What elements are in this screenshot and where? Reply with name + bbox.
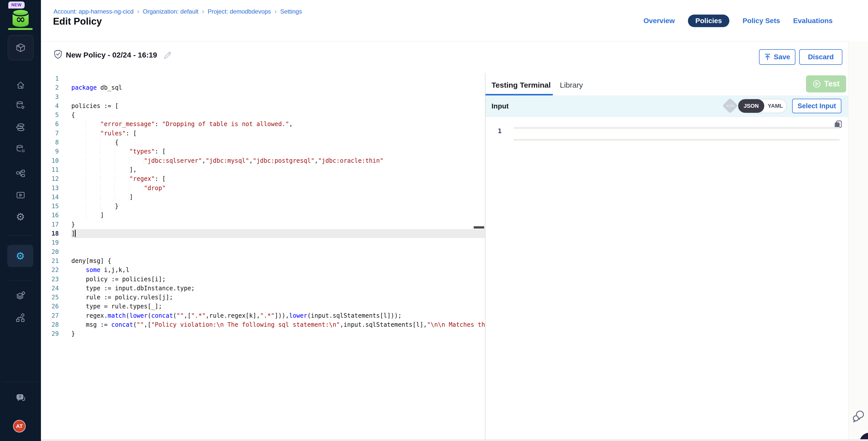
discard-button[interactable]: Discard bbox=[799, 49, 842, 65]
sidebar-item-home[interactable] bbox=[0, 80, 41, 91]
sidebar-item-settings-gray[interactable]: ⚙ bbox=[0, 211, 41, 222]
line-number: 13 bbox=[41, 184, 71, 193]
test-label: Test bbox=[824, 80, 839, 88]
user-avatar[interactable]: AT bbox=[13, 420, 26, 433]
tab-evaluations[interactable]: Evaluations bbox=[793, 17, 833, 25]
code-line[interactable]: type := input.dbInstance.type; bbox=[71, 284, 485, 293]
code-line[interactable]: ] bbox=[71, 211, 485, 220]
code-line[interactable]: policies := [ bbox=[71, 101, 485, 111]
sidebar-item-db-instances[interactable] bbox=[0, 144, 41, 155]
toggle-yaml[interactable]: YAML bbox=[764, 99, 786, 113]
upload-icon bbox=[764, 54, 771, 61]
breadcrumb-separator: › bbox=[137, 7, 140, 15]
line-number: 24 bbox=[41, 284, 71, 293]
line-number: 3 bbox=[41, 92, 71, 101]
sidebar-item-project-settings-active[interactable]: ⚙ bbox=[7, 245, 33, 267]
input-active-line[interactable] bbox=[514, 127, 840, 140]
sidebar: NEW ∞ bbox=[0, 0, 41, 441]
line-number: 15 bbox=[41, 202, 71, 211]
line-number: 23 bbox=[41, 275, 71, 284]
breadcrumb-separator: › bbox=[202, 7, 204, 15]
format-toggle[interactable]: JSON YAML bbox=[738, 99, 786, 113]
code-line[interactable]: { bbox=[71, 111, 485, 120]
select-input-button[interactable]: Select Input bbox=[792, 99, 841, 113]
toggle-json[interactable]: JSON bbox=[738, 99, 764, 113]
discard-label: Discard bbox=[808, 53, 834, 61]
tab-policy-sets[interactable]: Policy Sets bbox=[742, 17, 780, 25]
code-line[interactable]: ] bbox=[71, 229, 485, 238]
code-line[interactable]: rule := policy.rules[j]; bbox=[71, 293, 485, 302]
code-row: 22 some i,j,k,l bbox=[41, 265, 485, 275]
save-label: Save bbox=[774, 53, 790, 61]
module-selector[interactable] bbox=[8, 35, 33, 60]
sidebar-item-coins[interactable] bbox=[0, 122, 41, 133]
code-line[interactable]: } bbox=[71, 329, 485, 338]
code-line[interactable] bbox=[71, 92, 485, 101]
breadcrumb-settings[interactable]: Settings bbox=[280, 8, 302, 15]
code-row: 11 ], bbox=[41, 165, 485, 174]
select-input-label: Select Input bbox=[798, 102, 836, 110]
code-line[interactable]: "jdbc:sqlserver","jdbc:mysql","jdbc:post… bbox=[71, 156, 485, 165]
save-button[interactable]: Save bbox=[759, 49, 796, 65]
line-number: 4 bbox=[41, 101, 71, 111]
code-line[interactable]: policy := policies[i]; bbox=[71, 275, 485, 284]
code-line[interactable] bbox=[71, 238, 485, 247]
shield-check-icon bbox=[54, 50, 63, 60]
input-line-number: 1 bbox=[486, 128, 505, 135]
sidebar-item-org-settings[interactable] bbox=[0, 312, 41, 323]
svg-text:∞: ∞ bbox=[16, 12, 25, 26]
code-line[interactable]: deny[msg] { bbox=[71, 256, 485, 265]
code-line[interactable]: "error_message": "Dropping of table is n… bbox=[71, 120, 485, 129]
horizontal-scrollbar[interactable] bbox=[41, 439, 868, 441]
code-line[interactable]: package db_sql bbox=[71, 83, 485, 92]
edit-pencil-icon[interactable] bbox=[163, 51, 172, 60]
chat-bubbles-icon[interactable] bbox=[851, 409, 865, 423]
line-number: 12 bbox=[41, 174, 71, 183]
code-line[interactable]: "types": [ bbox=[71, 147, 485, 156]
code-row: 24 type := input.dbInstance.type; bbox=[41, 284, 485, 293]
input-label: Input bbox=[492, 102, 508, 110]
tab-policies[interactable]: Policies bbox=[688, 14, 730, 27]
code-row: 23 policy := policies[i]; bbox=[41, 275, 485, 284]
logo-underline bbox=[8, 28, 33, 30]
code-row: 29} bbox=[41, 329, 485, 338]
input-active-line-box[interactable] bbox=[514, 128, 840, 139]
code-line[interactable]: regex.match(lower(concat("",[".*",rule.r… bbox=[71, 311, 485, 320]
sidebar-item-db-settings[interactable] bbox=[0, 100, 41, 111]
code-line[interactable]: some i,j,k,l bbox=[71, 265, 485, 275]
code-line[interactable]: { bbox=[71, 138, 485, 147]
code-line[interactable]: } bbox=[71, 220, 485, 229]
breadcrumb-project[interactable]: Project: demodbdevops bbox=[208, 8, 271, 15]
tab-testing-terminal[interactable]: Testing Terminal bbox=[492, 81, 551, 89]
code-line[interactable]: ] bbox=[71, 193, 485, 202]
sidebar-item-hierarchy[interactable] bbox=[0, 168, 41, 179]
page-title: Edit Policy bbox=[53, 16, 102, 27]
overview-ruler-cursor bbox=[474, 226, 484, 228]
code-line[interactable]: type = rule.types[_]; bbox=[71, 302, 485, 311]
policy-code-editor[interactable]: 12package db_sql34policies := [5{6 "erro… bbox=[41, 73, 485, 441]
code-line[interactable] bbox=[71, 74, 485, 83]
breadcrumb-account[interactable]: Account: app-harness-ng-cicd bbox=[54, 8, 134, 15]
test-button[interactable]: Test bbox=[806, 75, 846, 92]
tab-library[interactable]: Library bbox=[560, 81, 583, 89]
tab-overview[interactable]: Overview bbox=[644, 17, 675, 25]
policy-name: New Policy - 02/24 - 16:19 bbox=[66, 51, 157, 59]
code-line[interactable]: msg := concat("",["Policy violation:\n T… bbox=[71, 320, 485, 329]
sidebar-item-layers-settings[interactable] bbox=[0, 290, 41, 302]
code-line[interactable]: "drop" bbox=[71, 184, 485, 193]
code-row: 9 "types": [ bbox=[41, 147, 485, 156]
harness-db-logo[interactable]: ∞ bbox=[11, 8, 30, 28]
code-row: 16 ] bbox=[41, 211, 485, 220]
sidebar-item-runs[interactable] bbox=[0, 190, 41, 201]
code-row: 13 "drop" bbox=[41, 184, 485, 193]
code-row: 5{ bbox=[41, 111, 485, 120]
code-line[interactable]: "regex": [ bbox=[71, 174, 485, 183]
code-line[interactable]: } bbox=[71, 202, 485, 211]
policy-toolbar: New Policy - 02/24 - 16:19 Save Discard bbox=[41, 42, 848, 73]
code-line[interactable] bbox=[71, 247, 485, 256]
breadcrumb-organization[interactable]: Organization: default bbox=[143, 8, 198, 15]
testing-panel: Testing Terminal Library Test Input </> … bbox=[485, 73, 848, 441]
code-line[interactable]: ], bbox=[71, 165, 485, 174]
sidebar-item-help[interactable]: ? bbox=[0, 393, 41, 404]
code-line[interactable]: "rules": [ bbox=[71, 129, 485, 138]
